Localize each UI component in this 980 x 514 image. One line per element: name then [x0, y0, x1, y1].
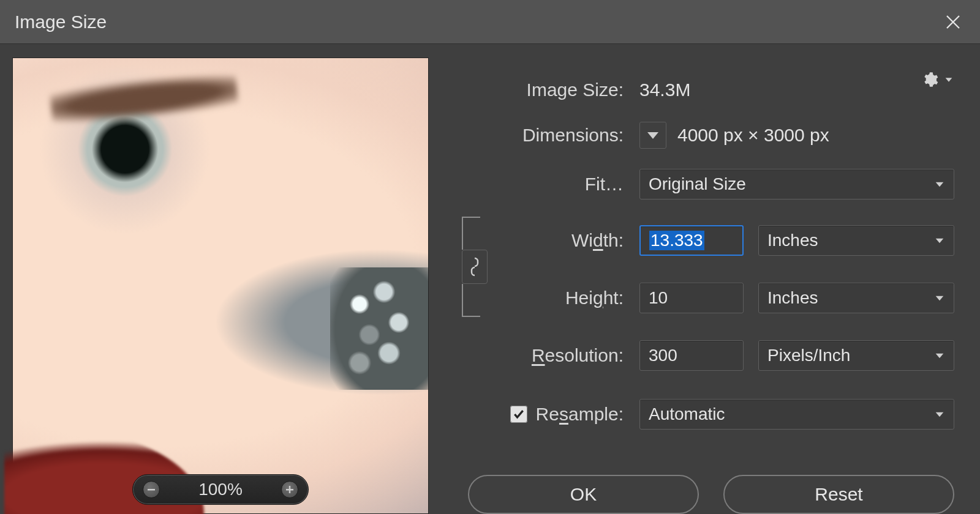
label-resolution[interactable]: Resolution:	[468, 345, 639, 366]
chevron-down-icon	[936, 238, 944, 243]
height-input-value: 10	[649, 288, 668, 308]
plus-icon	[285, 485, 294, 494]
width-unit-select[interactable]: Inches	[758, 225, 954, 256]
label-fit: Fit…	[468, 174, 639, 195]
fit-select[interactable]: Original Size	[639, 169, 954, 199]
link-icon	[469, 256, 481, 277]
row-height: Height: 10 Inches	[468, 275, 954, 321]
resolution-unit-value: Pixels/Inch	[767, 346, 850, 365]
width-unit-value: Inches	[767, 231, 818, 250]
settings-panel: Image Size: 34.3M Dimensions: 4000 px × …	[429, 58, 980, 514]
row-fit: Fit… Original Size	[468, 162, 954, 207]
fit-select-value: Original Size	[649, 174, 746, 194]
ok-button[interactable]: OK	[468, 475, 699, 514]
width-input-value: 13.333	[649, 231, 704, 250]
titlebar: Image Size	[0, 0, 980, 44]
label-dimensions: Dimensions:	[468, 125, 639, 146]
close-icon	[945, 14, 961, 30]
row-dimensions: Dimensions: 4000 px × 3000 px	[468, 113, 954, 158]
row-resample: Resample: Automatic	[468, 392, 954, 437]
value-image-size: 34.3M	[639, 80, 690, 100]
dialog-buttons: OK Reset	[468, 471, 954, 514]
height-input[interactable]: 10	[639, 283, 744, 313]
chevron-down-icon	[936, 353, 944, 358]
zoom-in-button[interactable]	[281, 481, 298, 498]
dialog-content: 100% Image Size: 34.3M Dimensions:	[0, 44, 980, 514]
chevron-down-icon	[647, 132, 658, 139]
zoom-control: 100%	[132, 474, 309, 505]
dimensions-unit-dropdown[interactable]	[639, 122, 666, 149]
constrain-proportions-button[interactable]	[462, 250, 488, 284]
zoom-value: 100%	[198, 480, 243, 499]
dialog-title: Image Size	[15, 12, 107, 32]
chevron-down-icon	[936, 296, 944, 300]
close-button[interactable]	[941, 10, 965, 34]
resolution-unit-select[interactable]: Pixels/Inch	[758, 340, 954, 371]
zoom-out-button[interactable]	[143, 481, 160, 498]
chevron-down-icon	[936, 182, 944, 187]
label-height[interactable]: Height:	[468, 288, 639, 308]
label-resample: Resample:	[468, 404, 639, 425]
resample-select-value: Automatic	[649, 404, 725, 424]
chevron-down-icon	[936, 412, 944, 417]
label-image-size: Image Size:	[468, 80, 639, 100]
resample-checkbox[interactable]	[510, 406, 527, 423]
resolution-input-value: 300	[649, 346, 677, 365]
minus-icon	[147, 485, 156, 494]
resolution-input[interactable]: 300	[639, 340, 744, 371]
width-input[interactable]: 13.333	[639, 225, 744, 256]
svg-rect-0	[148, 489, 155, 491]
resample-select[interactable]: Automatic	[639, 399, 954, 430]
svg-rect-2	[289, 486, 291, 493]
height-unit-value: Inches	[767, 288, 818, 308]
preview-image	[13, 58, 428, 513]
row-image-size: Image Size: 34.3M	[468, 67, 954, 113]
value-dimensions: 4000 px × 3000 px	[677, 125, 829, 146]
row-resolution: Resolution: 300 Pixels/Inch	[468, 333, 954, 378]
label-width[interactable]: Width:	[468, 230, 639, 251]
reset-button[interactable]: Reset	[723, 475, 954, 514]
preview-image-detail	[330, 267, 428, 390]
row-width: Width: 13.333 Inches	[468, 218, 954, 263]
preview-area[interactable]: 100%	[12, 58, 429, 514]
check-icon	[513, 408, 525, 420]
height-unit-select[interactable]: Inches	[758, 283, 954, 313]
